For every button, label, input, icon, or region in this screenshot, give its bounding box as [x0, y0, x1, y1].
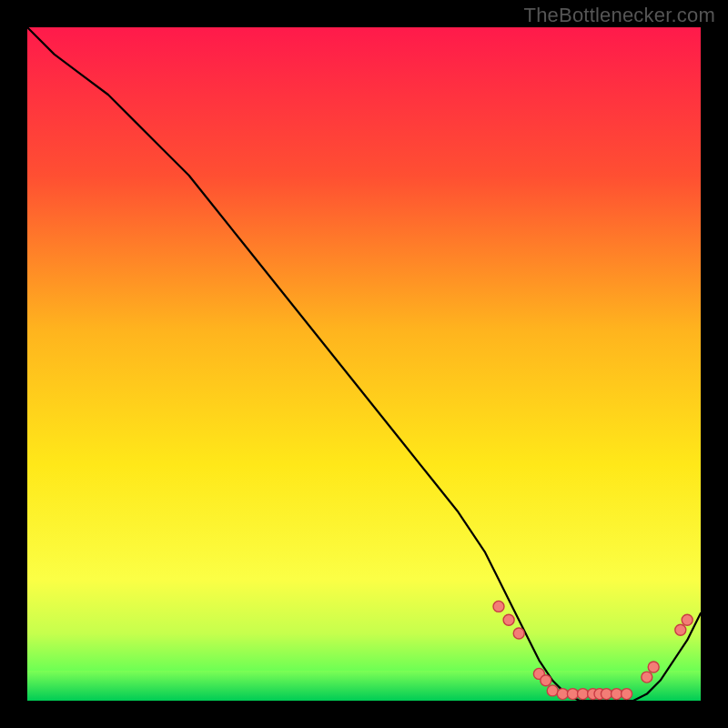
data-marker	[642, 672, 652, 682]
data-marker	[557, 689, 568, 700]
data-marker	[578, 689, 589, 700]
data-marker	[682, 614, 693, 625]
data-marker	[675, 624, 686, 635]
data-marker	[503, 614, 514, 625]
data-marker	[648, 662, 659, 672]
data-marker	[567, 689, 578, 700]
chart-svg-layer	[27, 27, 701, 701]
watermark-text: TheBottlenecker.com	[524, 4, 715, 27]
bottleneck-curve	[27, 27, 701, 701]
chart-plot-area	[27, 27, 701, 701]
data-marker	[541, 675, 551, 686]
data-marker	[513, 628, 524, 639]
data-marker	[601, 689, 612, 700]
data-marker	[612, 689, 622, 700]
data-marker	[493, 601, 504, 612]
data-marker	[547, 685, 558, 696]
data-marker	[622, 689, 632, 700]
